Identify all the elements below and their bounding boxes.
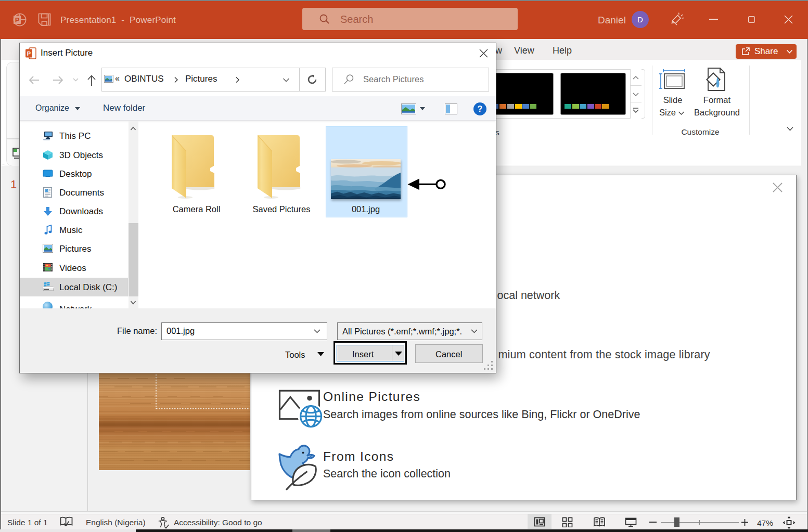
svg-text:P: P — [15, 16, 20, 24]
svg-text:P: P — [27, 50, 31, 57]
